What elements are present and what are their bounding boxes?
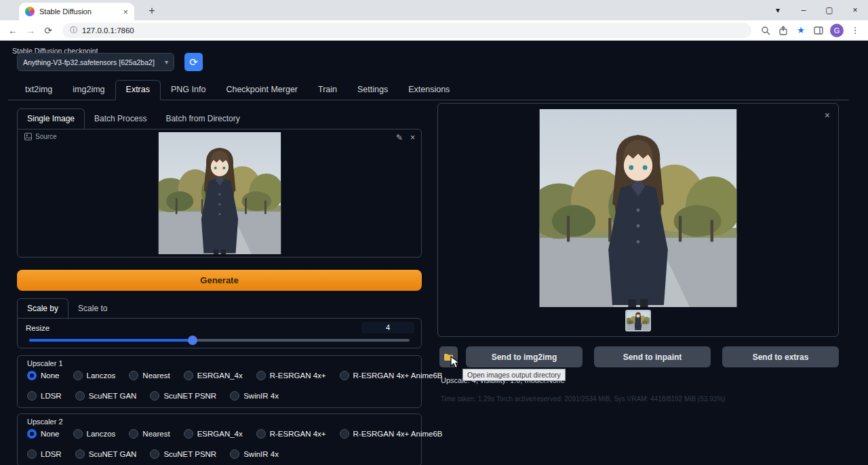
radio-dot xyxy=(73,429,83,439)
tab-extensions[interactable]: Extensions xyxy=(398,81,460,100)
radio-dot xyxy=(129,371,138,380)
radio-dot xyxy=(75,449,85,459)
result-gallery: × xyxy=(437,103,839,337)
radio-dot xyxy=(75,391,85,401)
radio-upscaler2-scunet-psnr[interactable]: ScuNET PSNR xyxy=(150,449,216,459)
gallery-close-icon[interactable]: × xyxy=(825,110,830,120)
forward-button[interactable]: → xyxy=(22,25,39,36)
address-bar[interactable]: ⓘ 127.0.0.1:7860 xyxy=(62,23,751,38)
app-page: Stable Diffusion checkpoint Anything-V3-… xyxy=(0,41,868,465)
radio-dot xyxy=(129,429,138,439)
image-icon xyxy=(24,133,32,140)
site-info-icon[interactable]: ⓘ xyxy=(70,25,77,35)
subtab-batch-from-directory[interactable]: Batch from Directory xyxy=(156,109,249,129)
browser-menu-icon[interactable]: ⋮ xyxy=(846,25,864,35)
result-image[interactable] xyxy=(540,109,737,307)
source-image-dropzone[interactable]: Source ✎ × xyxy=(17,129,422,258)
resize-panel: Resize 4 xyxy=(17,318,422,348)
browser-toolbar: ← → ⟳ ⓘ 127.0.0.1:7860 ★ G ⋮ xyxy=(0,20,868,41)
radio-upscaler2-none[interactable]: None xyxy=(27,429,60,439)
radio-upscaler1-ldsr[interactable]: LDSR xyxy=(27,391,62,401)
radio-upscaler1-resrgan4x[interactable]: R-ESRGAN 4x+ xyxy=(256,371,326,380)
radio-upscaler2-resrgan4x[interactable]: R-ESRGAN 4x+ xyxy=(256,429,326,439)
slider-handle[interactable] xyxy=(188,336,197,345)
zoom-icon[interactable] xyxy=(757,26,774,35)
tooltip: Open images output directory xyxy=(462,369,566,381)
radio-upscaler1-esrgan4x[interactable]: ESRGAN_4x xyxy=(184,371,243,380)
generate-button[interactable]: Generate xyxy=(17,270,422,291)
send-to-extras-button[interactable]: Send to extras xyxy=(722,346,839,367)
subtab-single-image[interactable]: Single Image xyxy=(17,108,85,129)
share-icon[interactable] xyxy=(774,26,792,35)
browser-tab[interactable]: Stable Diffusion × xyxy=(19,3,134,20)
radio-dot xyxy=(340,429,349,439)
radio-dot xyxy=(27,371,37,380)
send-to-inpaint-button[interactable]: Send to inpaint xyxy=(594,346,711,367)
radio-upscaler2-swinir4x[interactable]: SwinIR 4x xyxy=(230,449,279,459)
favicon-icon xyxy=(25,7,35,16)
radio-upscaler2-nearest[interactable]: Nearest xyxy=(129,429,170,439)
new-tab-button[interactable]: + xyxy=(145,4,159,18)
radio-dot xyxy=(256,371,266,380)
radio-dot xyxy=(27,391,37,401)
upscaler-2-group: Upscaler 2 None Lanczos Nearest ESRGAN_4… xyxy=(17,413,422,465)
tab-png-info[interactable]: PNG Info xyxy=(161,81,216,100)
performance-info-text: Time taken: 1.29s Torch active/reserved:… xyxy=(441,395,726,403)
upscaler-1-label: Upscaler 1 xyxy=(27,359,63,367)
radio-dot xyxy=(27,449,37,459)
back-button[interactable]: ← xyxy=(4,25,22,36)
tab-scale-to[interactable]: Scale to xyxy=(68,299,117,319)
radio-dot xyxy=(27,429,37,439)
url-text: 127.0.0.1:7860 xyxy=(82,26,134,35)
maximize-button[interactable]: ▢ xyxy=(816,0,842,20)
refresh-checkpoint-button[interactable]: ⟳ xyxy=(184,53,203,71)
result-thumbnail[interactable] xyxy=(625,310,651,331)
scale-tabs: Scale by Scale to xyxy=(17,300,117,319)
profile-avatar[interactable]: G xyxy=(830,24,844,37)
tab-settings[interactable]: Settings xyxy=(347,81,398,100)
resize-label: Resize xyxy=(26,324,50,332)
radio-upscaler1-none[interactable]: None xyxy=(27,371,60,380)
browser-tabstrip: Stable Diffusion × + ▾ – ▢ × xyxy=(0,0,868,20)
tab-extras[interactable]: Extras xyxy=(115,80,161,100)
upscaler-2-label: Upscaler 2 xyxy=(27,418,63,426)
chevron-down-icon: ▾ xyxy=(165,58,168,66)
radio-upscaler1-nearest[interactable]: Nearest xyxy=(129,371,170,380)
tab-scale-by[interactable]: Scale by xyxy=(17,298,68,319)
slider-fill xyxy=(29,339,193,342)
radio-dot xyxy=(256,429,266,439)
tab-img2img[interactable]: img2img xyxy=(62,81,115,100)
window-close-button[interactable]: × xyxy=(842,0,868,20)
radio-upscaler2-lanczos[interactable]: Lanczos xyxy=(73,429,116,439)
side-panel-icon[interactable] xyxy=(810,26,827,35)
minimize-button[interactable]: – xyxy=(791,0,816,20)
source-label: Source xyxy=(35,133,57,140)
tab-checkpoint-merger[interactable]: Checkpoint Merger xyxy=(216,81,308,100)
radio-dot xyxy=(230,391,239,401)
checkpoint-dropdown[interactable]: Anything-V3-fp32.safetensors [625a2ba2] … xyxy=(17,53,174,71)
tab-txt2img[interactable]: txt2img xyxy=(15,81,62,100)
radio-upscaler1-anime6b[interactable]: R-ESRGAN 4x+ Anime6B xyxy=(340,371,443,380)
radio-upscaler2-scunet-gan[interactable]: ScuNET GAN xyxy=(75,449,137,459)
tab-close-icon[interactable]: × xyxy=(123,7,128,16)
subtab-batch-process[interactable]: Batch Process xyxy=(85,109,156,129)
clear-image-icon[interactable]: × xyxy=(410,133,415,142)
resize-slider[interactable] xyxy=(29,339,410,342)
reload-button[interactable]: ⟳ xyxy=(39,25,57,36)
radio-upscaler2-anime6b[interactable]: R-ESRGAN 4x+ Anime6B xyxy=(340,429,443,439)
radio-upscaler2-esrgan4x[interactable]: ESRGAN_4x xyxy=(184,429,243,439)
upscaler-1-group: Upscaler 1 None Lanczos Nearest ESRGAN_4… xyxy=(17,355,422,408)
send-to-img2img-button[interactable]: Send to img2img xyxy=(466,346,583,367)
tab-train[interactable]: Train xyxy=(308,81,347,100)
tab-search-icon[interactable]: ▾ xyxy=(765,0,791,20)
extras-subtabs: Single Image Batch Process Batch from Di… xyxy=(17,108,250,129)
bookmark-star-icon[interactable]: ★ xyxy=(792,25,810,35)
radio-upscaler2-ldsr[interactable]: LDSR xyxy=(27,449,62,459)
radio-upscaler1-scunet-psnr[interactable]: ScuNET PSNR xyxy=(150,391,216,401)
main-tab-bar: txt2img img2img Extras PNG Info Checkpoi… xyxy=(8,81,849,100)
resize-number-input[interactable]: 4 xyxy=(361,322,414,333)
radio-upscaler1-swinir4x[interactable]: SwinIR 4x xyxy=(230,391,279,401)
edit-image-icon[interactable]: ✎ xyxy=(396,133,403,142)
radio-upscaler1-scunet-gan[interactable]: ScuNET GAN xyxy=(75,391,137,401)
radio-upscaler1-lanczos[interactable]: Lanczos xyxy=(73,371,116,380)
